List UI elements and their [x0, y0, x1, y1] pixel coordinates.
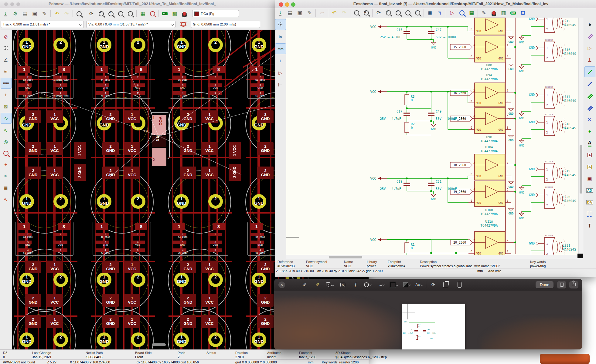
close-button[interactable]	[4, 2, 8, 6]
smd-pad[interactable]: 2 GND	[180, 261, 196, 273]
smd-pad[interactable]: 1 VCC	[46, 261, 63, 273]
units-mm[interactable]: mm	[275, 43, 286, 54]
ic-pad[interactable]: 1	[250, 223, 263, 230]
share-button[interactable]	[569, 281, 578, 288]
print-icon[interactable]: ▣	[30, 9, 39, 18]
smd-pad[interactable]: 1 VCC	[124, 110, 140, 123]
bom-icon[interactable]: ⊞	[518, 9, 527, 17]
ic-pad[interactable]: 1	[250, 66, 263, 73]
routes-icon[interactable]: ≈	[1, 171, 11, 181]
smd-pad-vertical[interactable]: 2 GND	[229, 164, 241, 181]
rotate-tool[interactable]: ⟳	[429, 281, 438, 289]
run-cvpcb-icon[interactable]: ▷	[448, 9, 457, 17]
shapes-tool[interactable]	[325, 281, 335, 289]
selection-box-icon[interactable]	[584, 209, 595, 219]
high-contrast-icon[interactable]	[1, 148, 11, 158]
smd-pad[interactable]: 2 GND	[180, 315, 196, 328]
global-label-icon[interactable]: A	[584, 150, 595, 160]
page-settings-icon[interactable]: ▤	[285, 9, 295, 17]
stroke-weight-tool[interactable]: ≡	[377, 281, 387, 289]
junction-icon[interactable]: ●	[584, 126, 595, 136]
drc-off-icon[interactable]: ⊘	[1, 32, 11, 42]
smd-pad[interactable]: 2 GND	[25, 142, 41, 155]
hv-wires-icon[interactable]: ⊢	[275, 79, 285, 90]
layer-select[interactable]: F.Cu (Pg	[192, 10, 239, 17]
minimize-button[interactable]	[285, 2, 289, 7]
ic-pad[interactable]: 1	[173, 66, 185, 73]
wire-tool-icon[interactable]	[584, 66, 595, 77]
zoom-page-icon[interactable]: ▫	[116, 9, 125, 18]
smd-pad-vertical[interactable]: 2 GND	[74, 164, 86, 181]
via-icon[interactable]	[178, 20, 189, 29]
zoom-out-icon[interactable]: −	[393, 9, 403, 17]
smd-pad[interactable]: 2 GND	[25, 110, 41, 123]
undo-icon[interactable]: ↶	[330, 9, 339, 17]
smd-pad[interactable]: 2 GND	[257, 110, 274, 123]
refresh-icon[interactable]: ⟳	[374, 9, 383, 17]
track-width-select[interactable]: Track: 0.300 mm (11.81 mils) *	[1, 21, 84, 28]
leave-sheet-icon[interactable]: ↰	[435, 9, 444, 17]
track-sketch-icon[interactable]: ∿	[1, 125, 11, 135]
find-icon[interactable]	[352, 9, 361, 17]
net-label-icon[interactable]: A	[584, 138, 595, 148]
zoom-button[interactable]	[291, 2, 295, 7]
schematic-canvas[interactable]: VDDGND63GNDVDDGND63GND15_256045VDDGND63G…	[286, 18, 578, 255]
polar-coords-icon[interactable]: ∠	[1, 55, 11, 65]
ic-pad[interactable]: 1	[96, 223, 108, 230]
font-style-tool[interactable]: Aa	[414, 281, 424, 289]
save-icon[interactable]: ↓	[276, 9, 285, 17]
schematic-hscrollbar[interactable]	[286, 255, 578, 259]
eeschema-titlebar[interactable]: Eeschema — final_lev.sch [/] — /Users/ke…	[275, 0, 596, 8]
no-connect-icon[interactable]: ✕	[584, 114, 595, 125]
ic-pad[interactable]: 1	[18, 223, 30, 230]
text-tool-icon[interactable]: T	[584, 221, 595, 231]
board-setup-icon[interactable]: ⚙	[11, 9, 20, 18]
ic-pad[interactable]: 8	[135, 66, 147, 73]
r3-pad2[interactable]	[152, 148, 166, 166]
units-inches[interactable]: in	[1, 66, 11, 76]
minimize-button[interactable]	[10, 2, 14, 6]
smd-pad[interactable]: 1 VCC	[124, 315, 140, 328]
smd-pad[interactable]: 1 VCC	[201, 110, 218, 123]
ratsnest-visible-icon[interactable]: ∿	[1, 113, 12, 124]
smd-pad[interactable]: 2 GND	[102, 315, 119, 328]
done-button[interactable]: Done	[536, 281, 553, 288]
plot-icon[interactable]: ✎	[305, 9, 314, 17]
units-inches[interactable]: in	[275, 32, 285, 42]
ic-pad[interactable]: 8	[213, 66, 225, 73]
zoom-in-icon[interactable]: +	[384, 9, 393, 17]
ic-pad[interactable]: 8	[58, 66, 70, 73]
print-icon[interactable]: ▣	[295, 9, 304, 17]
sheet-icon[interactable]: AD	[584, 185, 595, 196]
ic-pad[interactable]: 1	[96, 66, 108, 73]
grid-select[interactable]: Grid: 0.0508 mm (2.00 mils)	[191, 21, 260, 28]
markup-close-button[interactable]: ✕	[277, 281, 286, 289]
edit-icon[interactable]: ✎	[479, 9, 489, 17]
via-sketch-icon[interactable]: ◎	[1, 136, 11, 147]
smd-pad[interactable]: 2 GND	[257, 261, 274, 273]
smd-pad[interactable]: 1 VCC	[201, 142, 218, 155]
text-tool[interactable]: A	[338, 281, 347, 289]
find-icon[interactable]	[74, 9, 83, 18]
cursor-shape-icon[interactable]: +	[1, 90, 11, 100]
redo-icon[interactable]: ↷	[339, 9, 349, 17]
smd-pad[interactable]: 1 VCC	[46, 142, 63, 155]
smd-pad[interactable]: 1 VCC	[46, 110, 63, 123]
smd-pad[interactable]: 1 VCC	[46, 294, 63, 307]
grid-visibility-icon[interactable]	[1, 43, 11, 53]
smd-pad[interactable]: 2 GND	[102, 261, 119, 273]
smd-pad-vertical[interactable]: 1 VCC	[229, 142, 241, 159]
sheet-file-icon[interactable]: DA	[584, 197, 595, 207]
place-power-icon[interactable]: ⊥	[584, 55, 595, 65]
hidden-pins-icon[interactable]: ▷	[275, 68, 285, 78]
save-icon[interactable]: ↓	[1, 9, 10, 18]
via-size-select[interactable]: Via: 0.80 / 0.40 mm (31.5 / 15.7 mils) *	[86, 21, 175, 28]
bus-tool-icon[interactable]	[584, 79, 595, 89]
smd-pad[interactable]: 1 VCC	[201, 315, 218, 328]
units-mm[interactable]: mm	[1, 78, 12, 89]
page-settings-icon[interactable]: ▤	[20, 9, 29, 18]
select-tool-icon[interactable]: ▲	[584, 19, 595, 29]
close-button[interactable]	[279, 2, 283, 7]
sheet-pin-icon[interactable]: ▣	[584, 174, 595, 184]
smd-pad[interactable]: 1 VCC	[124, 294, 140, 307]
